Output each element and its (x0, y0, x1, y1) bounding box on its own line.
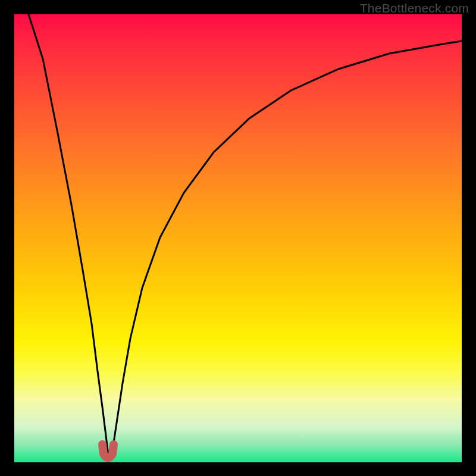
curve-layer (14, 14, 462, 462)
watermark-text: TheBottleneck.com (360, 1, 469, 15)
bottleneck-curve (29, 14, 462, 459)
plot-area (14, 14, 462, 462)
chart-frame: TheBottleneck.com (0, 0, 476, 476)
